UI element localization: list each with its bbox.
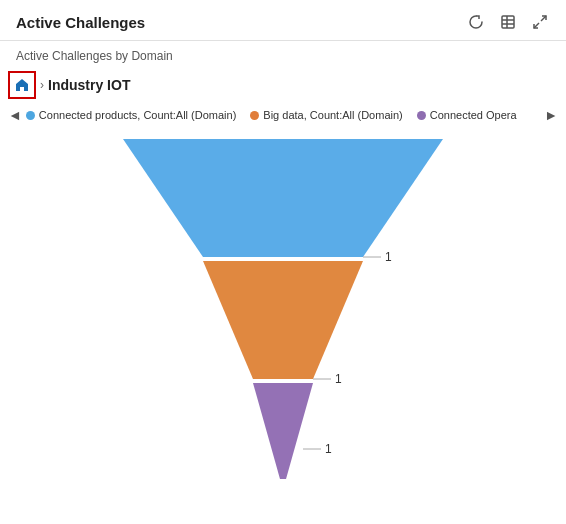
page-title: Active Challenges bbox=[16, 14, 145, 31]
tick-value-3: 1 bbox=[325, 442, 332, 456]
breadcrumb-label: Industry IOT bbox=[48, 77, 130, 93]
legend-label-3: Connected Opera bbox=[430, 109, 517, 121]
funnel-segment-2[interactable] bbox=[203, 261, 363, 379]
funnel-chart: 1 1 1 bbox=[93, 139, 473, 499]
funnel-segment-3[interactable] bbox=[253, 383, 313, 479]
sub-header: Active Challenges by Domain bbox=[0, 41, 566, 67]
legend-item-1: Connected products, Count:All (Domain) bbox=[26, 109, 236, 121]
legend-dot-1 bbox=[26, 111, 35, 120]
chart-container: 1 1 1 bbox=[0, 129, 566, 499]
refresh-icon[interactable] bbox=[466, 12, 486, 32]
legend-label-2: Big data, Count:All (Domain) bbox=[263, 109, 402, 121]
expand-icon[interactable] bbox=[530, 12, 550, 32]
legend-dot-3 bbox=[417, 111, 426, 120]
svg-rect-0 bbox=[502, 16, 514, 28]
legend-bar: ◄ Connected products, Count:All (Domain)… bbox=[0, 103, 566, 129]
legend-item-3: Connected Opera bbox=[417, 109, 517, 121]
header: Active Challenges bbox=[0, 0, 566, 41]
tick-value-2: 1 bbox=[335, 372, 342, 386]
legend-dot-2 bbox=[250, 111, 259, 120]
sub-header-label: Active Challenges by Domain bbox=[16, 49, 173, 63]
header-actions bbox=[466, 12, 550, 32]
funnel-segment-1[interactable] bbox=[123, 139, 443, 257]
legend-nav-left[interactable]: ◄ bbox=[8, 107, 22, 123]
legend-nav-right[interactable]: ► bbox=[544, 107, 558, 123]
legend-label-1: Connected products, Count:All (Domain) bbox=[39, 109, 236, 121]
legend-item-2: Big data, Count:All (Domain) bbox=[250, 109, 402, 121]
breadcrumb-chevron: › bbox=[40, 78, 44, 92]
table-icon[interactable] bbox=[498, 12, 518, 32]
home-button[interactable] bbox=[8, 71, 36, 99]
breadcrumb: › Industry IOT bbox=[0, 67, 566, 103]
tick-value-1: 1 bbox=[385, 250, 392, 264]
